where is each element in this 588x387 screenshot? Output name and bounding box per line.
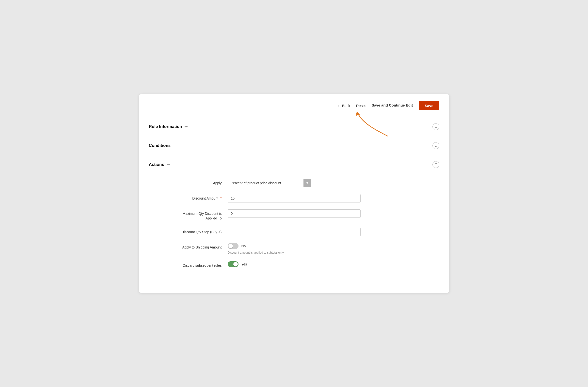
apply-control: Percent of product price discount Fixed … xyxy=(228,179,360,187)
back-button[interactable]: ← Back xyxy=(337,102,350,109)
reset-button[interactable]: Reset xyxy=(356,102,366,109)
svg-marker-0 xyxy=(356,111,360,116)
apply-select-wrapper: Percent of product price discount Fixed … xyxy=(228,179,311,187)
conditions-section: Conditions ⌄ xyxy=(139,136,449,155)
apply-shipping-toggle-inline: No xyxy=(228,243,360,249)
apply-shipping-hint: Discount amount is applied to subtotal o… xyxy=(228,251,360,254)
apply-shipping-row: Apply to Shipping Amount No Discount amo… xyxy=(149,243,439,254)
conditions-header[interactable]: Conditions ⌄ xyxy=(139,136,449,155)
rule-information-header[interactable]: Rule Information ✏ ⌄ xyxy=(139,117,449,136)
actions-header[interactable]: Actions ✏ ⌃ xyxy=(139,155,449,174)
rule-information-edit-icon[interactable]: ✏ xyxy=(185,125,188,129)
actions-title: Actions ✏ xyxy=(149,162,169,167)
required-indicator: * xyxy=(220,196,222,200)
conditions-chevron[interactable]: ⌄ xyxy=(432,142,439,149)
discount-qty-step-input[interactable] xyxy=(228,228,360,236)
actions-section: Actions ✏ ⌃ Apply Percent of product pri… xyxy=(139,155,449,283)
main-card: ← Back Reset Save and Continue Edit Save… xyxy=(139,94,449,293)
save-continue-button[interactable]: Save and Continue Edit xyxy=(372,102,413,109)
apply-shipping-toggle-label: No xyxy=(241,244,246,248)
apply-shipping-toggle[interactable] xyxy=(228,243,238,249)
save-button[interactable]: Save xyxy=(419,101,439,110)
discount-amount-input[interactable] xyxy=(228,194,360,203)
toolbar: ← Back Reset Save and Continue Edit Save xyxy=(139,94,449,117)
discard-rules-row: Discard subsequent rules Yes xyxy=(149,261,439,268)
discard-rules-toggle-inline: Yes xyxy=(228,261,360,267)
max-qty-input[interactable] xyxy=(228,209,360,218)
rule-information-title: Rule Information ✏ xyxy=(149,124,188,129)
discount-amount-label: Discount Amount * xyxy=(149,194,228,201)
apply-select[interactable]: Percent of product price discount Fixed … xyxy=(228,179,311,187)
max-qty-control xyxy=(228,209,360,218)
actions-edit-icon[interactable]: ✏ xyxy=(167,163,169,166)
discard-rules-toggle-thumb xyxy=(233,262,238,266)
apply-shipping-control: No Discount amount is applied to subtota… xyxy=(228,243,360,254)
discard-rules-toggle-label: Yes xyxy=(241,262,247,266)
discount-qty-step-row: Discount Qty Step (Buy X) xyxy=(149,228,439,236)
actions-chevron[interactable]: ⌃ xyxy=(432,161,439,168)
apply-shipping-toggle-thumb xyxy=(229,244,233,248)
discard-rules-control: Yes xyxy=(228,261,360,267)
rule-information-chevron[interactable]: ⌄ xyxy=(432,123,439,130)
discount-qty-step-control xyxy=(228,228,360,236)
discount-amount-control xyxy=(228,194,360,203)
conditions-title: Conditions xyxy=(149,143,171,148)
apply-shipping-toggle-row: No Discount amount is applied to subtota… xyxy=(228,243,360,254)
rule-information-section: Rule Information ✏ ⌄ xyxy=(139,117,449,136)
max-qty-row: Maximum Qty Discount is Applied To xyxy=(149,209,439,221)
max-qty-label: Maximum Qty Discount is Applied To xyxy=(149,209,228,221)
discard-rules-label: Discard subsequent rules xyxy=(149,261,228,268)
discount-amount-row: Discount Amount * xyxy=(149,194,439,203)
apply-label: Apply xyxy=(149,179,228,186)
actions-content: Apply Percent of product price discount … xyxy=(139,174,449,283)
discount-qty-step-label: Discount Qty Step (Buy X) xyxy=(149,228,228,235)
discard-rules-toggle[interactable] xyxy=(228,261,238,267)
apply-shipping-label: Apply to Shipping Amount xyxy=(149,243,228,250)
apply-row: Apply Percent of product price discount … xyxy=(149,179,439,187)
